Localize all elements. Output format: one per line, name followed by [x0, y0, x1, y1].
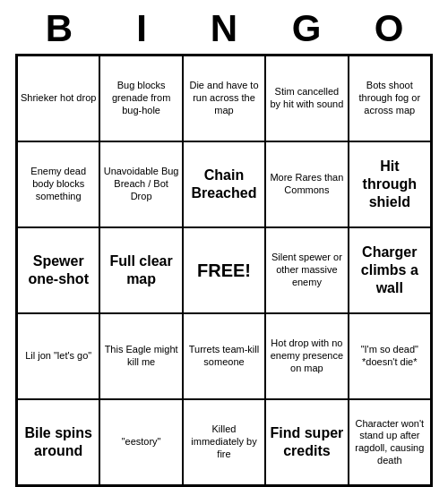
bingo-cell-r0c4: Bots shoot through fog or across map	[349, 56, 431, 141]
bingo-cell-r0c0: Shrieker hot drop	[17, 56, 99, 141]
bingo-cell-r3c3: Hot drop with no enemy presence on map	[265, 313, 348, 399]
bingo-cell-r0c1: Bug blocks grenade from bug-hole	[99, 56, 182, 141]
bingo-cell-r1c4: Hit through shield	[349, 141, 431, 227]
bingo-cell-r3c2: Turrets team-kill someone	[183, 313, 265, 399]
bingo-cell-r3c0: Lil jon "let's go"	[17, 313, 99, 399]
bingo-cell-r1c2: Chain Breached	[183, 141, 265, 227]
bingo-cell-r0c2: Die and have to run across the map	[183, 56, 265, 141]
letter-g: G	[281, 7, 332, 50]
bingo-cell-r1c3: More Rares than Commons	[265, 141, 348, 227]
bingo-grid: Shrieker hot dropBug blocks grenade from…	[15, 54, 433, 487]
bingo-cell-r2c4: Charger climbs a wall	[349, 227, 431, 313]
bingo-cell-r4c4: Character won't stand up after ragdoll, …	[349, 399, 431, 485]
letter-o: O	[364, 7, 414, 50]
bingo-cell-r2c1: Full clear map	[99, 227, 182, 313]
bingo-cell-r1c0: Enemy dead body blocks something	[17, 141, 99, 227]
bingo-cell-r4c0: Bile spins around	[17, 399, 99, 485]
bingo-cell-r3c1: This Eagle might kill me	[99, 313, 182, 399]
letter-n: N	[199, 7, 249, 50]
bingo-cell-r4c1: "eestory"	[99, 399, 182, 485]
bingo-cell-r2c2: FREE!	[183, 227, 265, 313]
title-row: B I N G O	[18, 0, 430, 54]
bingo-cell-r2c0: Spewer one-shot	[17, 227, 99, 313]
letter-i: I	[116, 7, 167, 50]
bingo-cell-r1c1: Unavoidable Bug Breach / Bot Drop	[99, 141, 182, 227]
bingo-cell-r4c3: Find super credits	[265, 399, 348, 485]
bingo-cell-r2c3: Silent spewer or other massive enemy	[265, 227, 348, 313]
bingo-cell-r4c2: Killed immediately by fire	[183, 399, 265, 485]
letter-b: B	[34, 7, 84, 50]
bingo-cell-r0c3: Stim cancelled by hit with sound	[265, 56, 348, 141]
bingo-cell-r3c4: "I'm so dead" *doesn't die*	[349, 313, 431, 399]
